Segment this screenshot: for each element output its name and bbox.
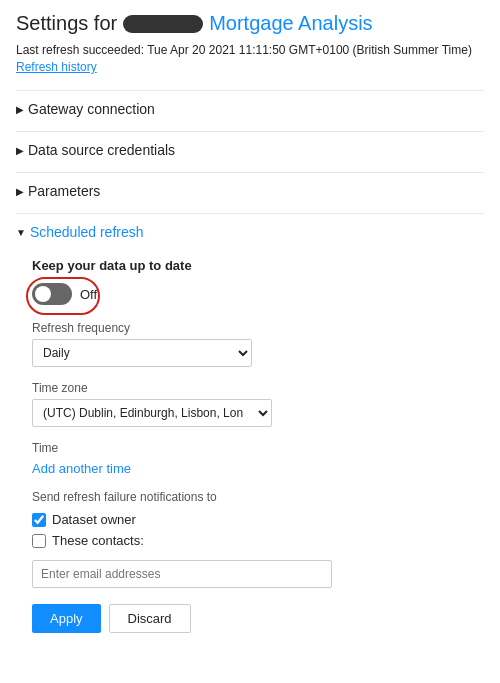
page-title: Settings for Mortgage Analysis	[16, 12, 484, 35]
section-scheduled: Scheduled refresh Keep your data up to d…	[16, 213, 484, 645]
checkbox-contacts[interactable]	[32, 534, 46, 548]
apply-button[interactable]: Apply	[32, 604, 101, 633]
section-header-parameters[interactable]: Parameters	[16, 172, 484, 209]
scheduled-refresh-content: Keep your data up to date Off Refresh fr…	[16, 250, 484, 645]
chevron-parameters-icon	[16, 186, 24, 197]
notifications-label: Send refresh failure notifications to	[32, 490, 468, 504]
section-header-datasource[interactable]: Data source credentials	[16, 131, 484, 168]
section-header-scheduled[interactable]: Scheduled refresh	[16, 213, 484, 250]
timezone-label: Time zone	[32, 381, 468, 395]
toggle-track	[32, 283, 72, 305]
section-label-datasource: Data source credentials	[28, 142, 175, 158]
section-gateway: Gateway connection	[16, 90, 484, 127]
discard-button[interactable]: Discard	[109, 604, 191, 633]
scheduled-refresh-toggle[interactable]	[32, 283, 72, 305]
section-parameters: Parameters	[16, 172, 484, 209]
last-refresh-text: Last refresh succeeded: Tue Apr 20 2021 …	[16, 43, 484, 57]
time-field-group: Time Add another time	[32, 441, 468, 476]
checkbox-row-contacts: These contacts:	[32, 533, 468, 548]
time-label: Time	[32, 441, 468, 455]
title-suffix: Mortgage Analysis	[209, 12, 372, 35]
chevron-scheduled-icon	[16, 227, 26, 238]
keep-up-label: Keep your data up to date	[32, 258, 468, 273]
frequency-select[interactable]: Daily Weekly Monthly	[32, 339, 252, 367]
section-label-scheduled: Scheduled refresh	[30, 224, 144, 240]
section-header-gateway[interactable]: Gateway connection	[16, 90, 484, 127]
toggle-thumb	[35, 286, 51, 302]
add-time-link[interactable]: Add another time	[32, 461, 131, 476]
toggle-state-label: Off	[80, 287, 97, 302]
checkbox-row-owner: Dataset owner	[32, 512, 468, 527]
chevron-datasource-icon	[16, 145, 24, 156]
timezone-field-group: Time zone (UTC) Dublin, Edinburgh, Lisbo…	[32, 381, 468, 427]
timezone-select[interactable]: (UTC) Dublin, Edinburgh, Lisbon, Lon	[32, 399, 272, 427]
notifications-field-group: Send refresh failure notifications to Da…	[32, 490, 468, 588]
chevron-gateway-icon	[16, 104, 24, 115]
frequency-field-group: Refresh frequency Daily Weekly Monthly	[32, 321, 468, 367]
button-row: Apply Discard	[32, 604, 468, 633]
email-input[interactable]	[32, 560, 332, 588]
section-label-gateway: Gateway connection	[28, 101, 155, 117]
checkbox-contacts-label: These contacts:	[52, 533, 144, 548]
dataset-name-pill	[123, 15, 203, 33]
section-label-parameters: Parameters	[28, 183, 100, 199]
title-prefix: Settings for	[16, 12, 117, 35]
checkbox-owner[interactable]	[32, 513, 46, 527]
refresh-history-link[interactable]: Refresh history	[16, 60, 97, 74]
section-datasource: Data source credentials	[16, 131, 484, 168]
checkbox-owner-label: Dataset owner	[52, 512, 136, 527]
frequency-label: Refresh frequency	[32, 321, 468, 335]
toggle-row: Off	[32, 283, 468, 305]
